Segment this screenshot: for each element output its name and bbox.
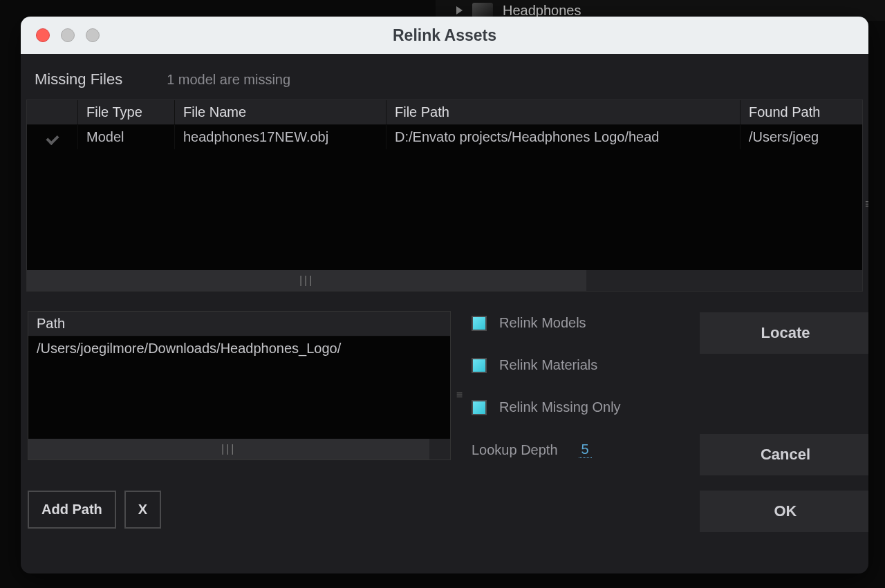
table-v-grip-icon[interactable]: ≡ bbox=[865, 197, 868, 211]
option-label: Relink Missing Only bbox=[499, 399, 621, 415]
missing-files-count: 1 model are missing bbox=[167, 72, 290, 88]
lookup-depth-value[interactable]: 5 bbox=[579, 442, 592, 458]
path-v-grip-icon[interactable]: ≡ bbox=[456, 389, 463, 401]
zoom-window-icon[interactable] bbox=[86, 28, 100, 42]
add-path-button[interactable]: Add Path bbox=[28, 491, 116, 529]
column-file-name[interactable]: File Name bbox=[175, 100, 386, 124]
lookup-depth-label: Lookup Depth bbox=[472, 442, 558, 458]
dialog-title: Relink Assets bbox=[21, 26, 868, 45]
missing-files-label: Missing Files bbox=[35, 70, 122, 88]
path-list-header: Path bbox=[28, 312, 450, 336]
checkbox-icon[interactable] bbox=[472, 316, 487, 331]
relink-assets-dialog: Relink Assets Missing Files 1 model are … bbox=[21, 17, 868, 573]
checkmark-icon bbox=[44, 133, 61, 144]
cell-file-type: Model bbox=[78, 125, 175, 149]
checkbox-icon[interactable] bbox=[472, 358, 487, 373]
cell-found-path: /Users/joeg bbox=[740, 125, 862, 149]
table-h-scrollbar[interactable]: ||| bbox=[27, 270, 862, 291]
dialog-titlebar: Relink Assets bbox=[21, 17, 868, 54]
lookup-depth-row: Lookup Depth 5 bbox=[472, 442, 679, 458]
minimize-window-icon[interactable] bbox=[61, 28, 75, 42]
chevron-right-icon[interactable] bbox=[456, 6, 463, 15]
cell-file-path: D:/Envato projects/Headphones Logo/head bbox=[386, 125, 740, 149]
missing-files-header: Missing Files 1 model are missing bbox=[21, 54, 868, 99]
table-header-row: File Type File Name File Path Found Path bbox=[27, 100, 862, 125]
path-h-scroll-thumb[interactable]: ||| bbox=[28, 439, 429, 459]
option-label: Relink Models bbox=[499, 315, 586, 331]
cancel-button[interactable]: Cancel bbox=[700, 434, 868, 475]
layer-thumbnail-icon bbox=[472, 3, 493, 18]
table-row[interactable]: Model headphones17NEW.obj D:/Envato proj… bbox=[27, 125, 862, 149]
relink-materials-option[interactable]: Relink Materials bbox=[472, 357, 679, 373]
window-controls bbox=[36, 28, 100, 42]
relink-models-option[interactable]: Relink Models bbox=[472, 315, 679, 331]
column-file-type[interactable]: File Type bbox=[78, 100, 175, 124]
path-h-scrollbar[interactable]: ||| bbox=[28, 439, 450, 459]
cell-file-name: headphones17NEW.obj bbox=[175, 125, 386, 149]
path-list: Path /Users/joegilmore/Downloads/Headpho… bbox=[28, 311, 451, 460]
checkbox-icon[interactable] bbox=[472, 400, 487, 415]
column-check bbox=[27, 100, 78, 124]
relink-missing-only-option[interactable]: Relink Missing Only bbox=[472, 399, 679, 415]
close-window-icon[interactable] bbox=[36, 28, 50, 42]
remove-path-button[interactable]: X bbox=[124, 491, 161, 529]
option-label: Relink Materials bbox=[499, 357, 597, 373]
locate-button[interactable]: Locate bbox=[700, 312, 868, 354]
column-found-path[interactable]: Found Path bbox=[740, 100, 862, 124]
table-h-scroll-thumb[interactable]: ||| bbox=[27, 270, 586, 291]
missing-files-table: File Type File Name File Path Found Path… bbox=[26, 99, 863, 292]
column-file-path[interactable]: File Path bbox=[386, 100, 740, 124]
row-check[interactable] bbox=[27, 125, 78, 149]
ok-button[interactable]: OK bbox=[700, 491, 868, 532]
path-list-item[interactable]: /Users/joegilmore/Downloads/Headphones_L… bbox=[28, 336, 450, 361]
